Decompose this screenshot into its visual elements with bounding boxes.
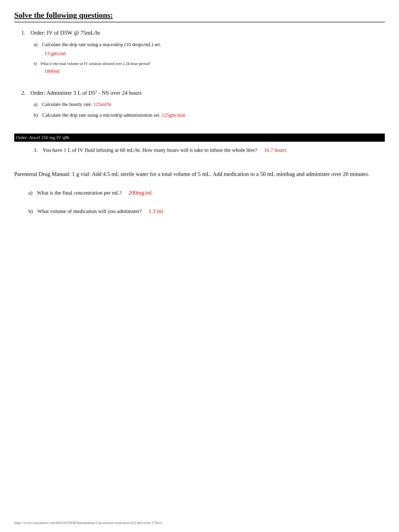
q3-answer: 16.7 hours — [264, 147, 286, 153]
q1-main: 1. Order: IV of D5W @ 75mL/hr — [21, 29, 385, 36]
q2b-answer: 125gtts/min — [162, 112, 185, 118]
par-b-text: What volume of medication will you admin… — [37, 208, 142, 214]
q2-main: 2. Order: Administer 3 L of D52 - NS ove… — [21, 89, 385, 96]
q1-number: 1. — [21, 29, 25, 36]
question-2: 2. Order: Administer 3 L of D52 - NS ove… — [14, 89, 385, 119]
page-title: Solve the following questions: — [14, 11, 385, 22]
q1-sub-b: b) What is the total volume of IV soluti… — [34, 60, 385, 75]
par-a-text: What is the final concentration per mL? — [37, 190, 122, 196]
q3-number: 3. — [34, 147, 38, 153]
q2b-label: b) — [34, 112, 38, 118]
par-a-answer: 200mg/ml — [128, 189, 152, 196]
parenteral-section: Parenteral Drug Manual: 1 g vial: Add 4.… — [14, 169, 385, 216]
q2b-text: Calculate the drip rate using a microdri… — [42, 112, 160, 118]
question-3: 3. You have 1 L of IV fluid infusing at … — [14, 145, 385, 155]
black-bar-text: Order: Ancef 250 mg IV q8h — [14, 135, 69, 140]
superscript-2: 2 — [95, 90, 97, 93]
parenteral-sub-b: b) What volume of medication will you ad… — [28, 206, 385, 216]
par-a-label: a) — [28, 190, 32, 196]
q3-text: You have 1 L of IV fluid infusing at 60 … — [42, 147, 257, 153]
q1-text: Order: IV of D5W @ 75mL/hr — [31, 29, 100, 36]
q2a-answer: 125ml/hr — [94, 101, 112, 107]
parenteral-sub-a: a) What is the final concentration per m… — [28, 188, 385, 197]
q2-sub-b: b) Calculate the drip rate using a micro… — [34, 111, 385, 119]
par-b-label: b) — [28, 208, 33, 214]
q2-text: Order: Administer 3 L of D52 - NS over 2… — [31, 89, 141, 96]
q2a-label: a) — [34, 101, 38, 107]
q2-number: 2. — [21, 89, 25, 96]
question-1: 1. Order: IV of D5W @ 75mL/hr a) Calcula… — [14, 29, 385, 75]
par-b-answer: 1.3 ml — [148, 208, 163, 214]
black-bar: Order: Ancef 250 mg IV q8h — [14, 133, 385, 142]
q3-main: 3. You have 1 L of IV fluid infusing at … — [34, 145, 385, 155]
q2a-text: Calculate the hourly rate. — [42, 101, 92, 107]
q1-sub-a: a) Calculate the drip rate using a macro… — [34, 40, 385, 58]
footer-url: https://www.coursehero.com/file/61670630… — [14, 521, 163, 525]
q1a-answer: 13 gtts/ml — [44, 50, 66, 56]
black-bar-section: Order: Ancef 250 mg IV q8h — [14, 133, 385, 142]
q1b-label: b) — [34, 61, 37, 66]
q2-sub-a: a) Calculate the hourly rate. 125ml/hr — [34, 100, 385, 108]
title-text: Solve the following questions: — [14, 11, 113, 19]
q1a-label: a) — [34, 42, 38, 47]
q1b-answer: 1800ml — [44, 68, 60, 74]
q1b-text: What is the total volume of IV solution … — [40, 61, 151, 66]
parenteral-intro: Parenteral Drug Manual: 1 g vial: Add 4.… — [14, 169, 385, 179]
q1a-text: Calculate the drip rate using a macrodri… — [42, 42, 161, 47]
